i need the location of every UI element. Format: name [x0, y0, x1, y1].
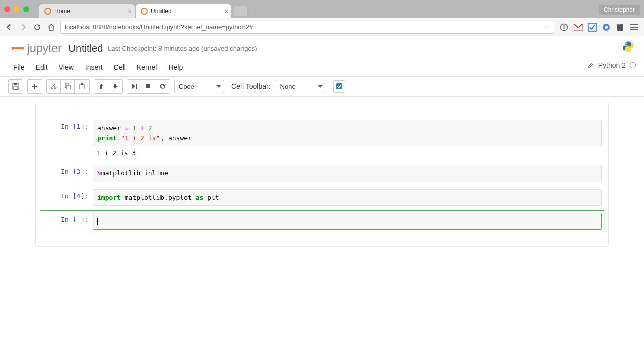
code-cell[interactable]: In [3]:%matplotlib inline: [40, 162, 604, 185]
restart-button[interactable]: [155, 80, 170, 93]
jupyter-favicon: [44, 8, 51, 15]
input-prompt: In [4]:: [42, 189, 93, 206]
svg-rect-22: [80, 84, 84, 89]
reload-button[interactable]: [33, 23, 41, 31]
notebook-container: In [1]:answer = 1 + 2print "1 + 2 is", a…: [35, 103, 609, 247]
checkbox-ext-icon[interactable]: [588, 23, 597, 32]
menu-edit[interactable]: Edit: [31, 61, 53, 73]
cell-toolbar-select[interactable]: None: [276, 80, 326, 93]
url-bar[interactable]: localhost:8888/notebooks/Untitled.ipynb?…: [60, 21, 554, 34]
jupyter-logo[interactable]: jupyter: [8, 40, 62, 56]
code-input[interactable]: import matplotlib.pyplot as plt: [93, 189, 602, 206]
checkpoint-status: Last Checkpoint: 8 minutes ago (unsaved …: [108, 45, 257, 52]
menu-icon[interactable]: [630, 23, 639, 32]
window-controls: [4, 6, 29, 12]
browser-tab-untitled[interactable]: Untitled ×: [136, 4, 231, 18]
move-down-button[interactable]: [108, 80, 122, 93]
paste-button[interactable]: [75, 80, 89, 93]
menu-view[interactable]: View: [54, 61, 79, 73]
gmail-icon[interactable]: [574, 23, 583, 32]
maximize-window-button[interactable]: [23, 6, 29, 12]
tab-title: Home: [54, 8, 70, 15]
interrupt-button[interactable]: [141, 80, 155, 93]
svg-rect-3: [588, 23, 596, 31]
cut-button[interactable]: [47, 80, 61, 93]
home-button[interactable]: [47, 23, 55, 31]
svg-point-10: [629, 50, 630, 51]
svg-text:i: i: [564, 25, 565, 30]
globe-ext-icon[interactable]: [602, 23, 611, 32]
tab-title: Untitled: [151, 8, 172, 15]
output-text: 1 + 2 is 3: [93, 146, 602, 158]
jupyter-logo-text: jupyter: [27, 41, 62, 55]
browser-tab-bar: Home × Untitled × Christopher: [0, 0, 644, 18]
kernel-name: Python 2: [598, 61, 626, 69]
code-cell[interactable]: In [4]:import matplotlib.pyplot as plt: [40, 187, 604, 209]
svg-rect-25: [146, 84, 150, 88]
kernel-idle-icon: [630, 62, 636, 68]
url-text: localhost:8888/notebooks/Untitled.ipynb?…: [65, 23, 253, 31]
menu-help[interactable]: Help: [163, 61, 188, 73]
menubar: File Edit View Insert Cell Kernel Help P…: [0, 58, 644, 77]
notebook-title[interactable]: Untitled: [69, 43, 103, 54]
svg-rect-26: [336, 83, 342, 89]
copy-button[interactable]: [61, 80, 75, 93]
input-prompt: In [3]:: [42, 165, 93, 182]
close-window-button[interactable]: [4, 6, 10, 12]
output-prompt: [42, 146, 93, 158]
minimize-window-button[interactable]: [14, 6, 20, 12]
jupyter-favicon: [141, 8, 148, 15]
notebook-toolbar: Code Cell Toolbar: None: [0, 77, 644, 97]
browser-toolbar: localhost:8888/notebooks/Untitled.ipynb?…: [0, 18, 644, 36]
browser-tab-home[interactable]: Home ×: [39, 4, 135, 18]
code-input[interactable]: answer = 1 + 2print "1 + 2 is", answer: [93, 120, 602, 146]
edit-mode-icon: [587, 62, 594, 69]
close-tab-icon[interactable]: ×: [128, 8, 132, 15]
star-icon[interactable]: ☆: [544, 23, 550, 31]
code-cell[interactable]: In [1]:answer = 1 + 2print "1 + 2 is", a…: [40, 117, 604, 160]
move-up-button[interactable]: [94, 80, 108, 93]
menu-kernel[interactable]: Kernel: [132, 61, 162, 73]
forward-button[interactable]: [19, 23, 27, 31]
svg-point-5: [605, 26, 608, 29]
run-button[interactable]: [127, 80, 141, 93]
menu-file[interactable]: File: [8, 61, 30, 73]
jupyter-orbit-icon: [8, 40, 24, 56]
input-prompt: In [ ]:: [42, 213, 93, 230]
new-tab-button[interactable]: [234, 6, 247, 16]
extension-icons: i: [559, 23, 639, 32]
svg-rect-21: [67, 85, 70, 89]
code-input[interactable]: [93, 213, 602, 230]
text-cursor: [97, 218, 98, 225]
cell-toolbar-label: Cell Toolbar:: [231, 82, 271, 90]
svg-rect-23: [81, 83, 83, 85]
notebook-header: jupyter Untitled Last Checkpoint: 8 minu…: [0, 36, 644, 58]
evernote-icon[interactable]: [616, 23, 625, 32]
svg-rect-13: [14, 87, 18, 89]
menu-insert[interactable]: Insert: [80, 61, 108, 73]
back-button[interactable]: [5, 23, 13, 31]
menu-cell[interactable]: Cell: [109, 61, 131, 73]
cell-type-select[interactable]: Code: [174, 80, 224, 93]
save-button[interactable]: [9, 80, 23, 93]
input-prompt: In [1]:: [42, 120, 93, 146]
code-cell[interactable]: In [ ]:: [40, 210, 604, 232]
info-icon[interactable]: i: [559, 23, 569, 32]
python-logo-icon: [622, 40, 635, 53]
browser-user-badge[interactable]: Christopher: [599, 5, 640, 15]
svg-point-9: [626, 43, 627, 44]
code-input[interactable]: %matplotlib inline: [93, 165, 602, 182]
close-tab-icon[interactable]: ×: [224, 8, 228, 15]
trusted-checkbox[interactable]: [333, 80, 345, 93]
svg-rect-12: [14, 83, 17, 85]
add-cell-button[interactable]: [28, 80, 42, 93]
